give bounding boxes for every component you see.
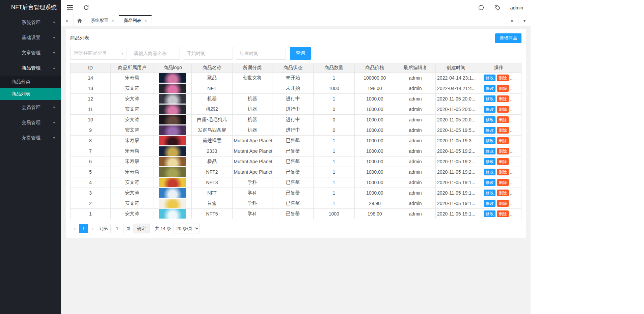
delete-button[interactable]: 删除 bbox=[497, 210, 509, 217]
cell-qty: 1 bbox=[314, 156, 355, 167]
more-actions-button[interactable]: ... bbox=[510, 180, 514, 185]
edit-button[interactable]: 修改 bbox=[484, 158, 495, 165]
search-button[interactable]: 查询 bbox=[290, 47, 311, 60]
end-time-input[interactable] bbox=[236, 47, 286, 60]
cell-logo bbox=[154, 167, 192, 177]
scroll-tabs-right-button[interactable]: » bbox=[506, 15, 518, 26]
scroll-tabs-left-button[interactable]: « bbox=[61, 15, 74, 26]
delete-button[interactable]: 删除 bbox=[497, 95, 509, 102]
edit-button[interactable]: 修改 bbox=[484, 190, 495, 196]
sidebar-item-label: 基础设置 bbox=[22, 35, 41, 40]
next-page-button[interactable]: › bbox=[88, 225, 97, 232]
prev-page-button[interactable]: ‹ bbox=[70, 225, 79, 232]
delete-button[interactable]: 删除 bbox=[497, 179, 509, 186]
cell-ops: 修改删除... bbox=[476, 136, 521, 146]
edit-button[interactable]: 修改 bbox=[484, 169, 495, 175]
edit-button[interactable]: 修改 bbox=[484, 75, 495, 81]
sidebar-item-system-mgmt[interactable]: 系统管理 ▾ bbox=[0, 15, 61, 30]
sidebar-item-product-mgmt[interactable]: 商品管理 ▴ bbox=[0, 60, 61, 76]
more-actions-button[interactable]: ... bbox=[510, 211, 514, 217]
sidebar-item-trade-mgmt[interactable]: 交易管理 ▾ bbox=[0, 115, 61, 130]
cell-created: 2020-11-05 19:2... bbox=[436, 156, 476, 167]
delete-button[interactable]: 删除 bbox=[497, 200, 509, 207]
delete-button[interactable]: 删除 bbox=[497, 137, 509, 144]
tag-icon[interactable] bbox=[494, 4, 501, 11]
product-logo-image bbox=[159, 136, 186, 145]
product-logo-image bbox=[159, 125, 186, 135]
delete-button[interactable]: 删除 bbox=[497, 106, 509, 113]
start-time-input[interactable] bbox=[183, 47, 233, 60]
edit-button[interactable]: 修改 bbox=[484, 85, 495, 92]
more-actions-button[interactable]: ... bbox=[510, 201, 514, 206]
cell-qty: 0 bbox=[314, 104, 355, 115]
more-actions-button[interactable]: ... bbox=[510, 138, 514, 143]
cell-price: 1000.00 bbox=[354, 188, 395, 198]
product-name-input[interactable] bbox=[130, 47, 180, 60]
main-area: admin « 系统配置 × 商品列表 × » ▾ 商品列表 bbox=[61, 0, 531, 314]
home-tab[interactable] bbox=[74, 15, 86, 26]
more-actions-button[interactable]: ... bbox=[510, 117, 514, 122]
more-actions-button[interactable]: ... bbox=[510, 128, 514, 133]
delete-button[interactable]: 删除 bbox=[497, 85, 509, 92]
edit-button[interactable]: 修改 bbox=[484, 137, 495, 144]
table-row: 4安文涛NFT3学科已售罄11000.00admin2020-11-05 19:… bbox=[71, 177, 521, 188]
edit-button[interactable]: 修改 bbox=[484, 179, 495, 186]
more-actions-button[interactable]: ... bbox=[510, 107, 514, 112]
edit-button[interactable]: 修改 bbox=[484, 106, 495, 113]
goto-label: 到第 bbox=[99, 226, 108, 232]
cell-owner: 宋寿康 bbox=[110, 136, 154, 146]
sidebar-item-article-mgmt[interactable]: 文章管理 ▾ bbox=[0, 45, 61, 60]
product-logo-image bbox=[159, 157, 186, 166]
cell-editor: admin bbox=[395, 136, 435, 146]
sidebar-item-member-mgmt[interactable]: 会员管理 ▾ bbox=[0, 100, 61, 115]
sidebar-item-deposit-withdraw-mgmt[interactable]: 充提管理 ▾ bbox=[0, 130, 61, 145]
sidebar-menu: 系统管理 ▾ 基础设置 ▾ 文章管理 ▾ 商品管理 ▴ 商品分类 商品列表 会员… bbox=[0, 15, 61, 145]
edit-button[interactable]: 修改 bbox=[484, 210, 495, 217]
refresh-icon[interactable] bbox=[83, 4, 89, 11]
more-actions-button[interactable]: ... bbox=[510, 191, 514, 196]
category-select[interactable]: 请选择商品分类 ▾ bbox=[70, 47, 127, 60]
edit-button[interactable]: 修改 bbox=[484, 200, 495, 207]
sidebar-item-product-category[interactable]: 商品分类 bbox=[0, 76, 61, 88]
more-actions-button[interactable]: ... bbox=[510, 86, 514, 91]
cell-editor: admin bbox=[395, 188, 435, 198]
edit-button[interactable]: 修改 bbox=[484, 127, 495, 134]
tab-options-dropdown[interactable]: ▾ bbox=[518, 15, 531, 26]
close-icon[interactable]: × bbox=[144, 19, 147, 23]
sidebar: NFT后台管理系统 系统管理 ▾ 基础设置 ▾ 文章管理 ▾ 商品管理 ▴ 商品… bbox=[0, 0, 61, 314]
column-header: 操作 bbox=[476, 63, 521, 73]
cell-qty: 1000 bbox=[314, 209, 355, 219]
edit-button[interactable]: 修改 bbox=[484, 148, 495, 154]
delete-button[interactable]: 删除 bbox=[497, 75, 509, 81]
per-page-select[interactable]: 20 条/页 bbox=[173, 224, 200, 233]
goto-page-input[interactable] bbox=[110, 224, 124, 233]
sidebar-item-product-list[interactable]: 商品列表 bbox=[0, 88, 61, 100]
cell-status: 已售罄 bbox=[272, 156, 314, 167]
delete-button[interactable]: 删除 bbox=[497, 190, 509, 196]
current-page-button[interactable]: 1 bbox=[79, 224, 88, 233]
add-product-button[interactable]: 新增商品 bbox=[495, 33, 521, 43]
user-menu[interactable]: admin bbox=[510, 5, 523, 10]
delete-button[interactable]: 删除 bbox=[497, 169, 509, 175]
moon-icon[interactable] bbox=[478, 4, 485, 11]
collapse-sidebar-icon[interactable] bbox=[66, 4, 73, 11]
cell-id: 3 bbox=[71, 188, 111, 198]
tab-product-list[interactable]: 商品列表 × bbox=[119, 15, 152, 26]
more-actions-button[interactable]: ... bbox=[510, 76, 514, 81]
delete-button[interactable]: 删除 bbox=[497, 127, 509, 134]
more-actions-button[interactable]: ... bbox=[510, 170, 514, 175]
close-icon[interactable]: × bbox=[111, 19, 114, 23]
more-actions-button[interactable]: ... bbox=[510, 96, 514, 102]
cell-category: Mutant Ape Planet bbox=[232, 146, 272, 156]
table-row: 1安文涛NFT5学科已售罄1000198.00admin2020-11-05 1… bbox=[71, 209, 521, 219]
confirm-page-button[interactable]: 确定 bbox=[133, 224, 150, 233]
delete-button[interactable]: 删除 bbox=[497, 116, 509, 123]
delete-button[interactable]: 删除 bbox=[497, 148, 509, 154]
sidebar-item-basic-settings[interactable]: 基础设置 ▾ bbox=[0, 30, 61, 45]
more-actions-button[interactable]: ... bbox=[510, 159, 514, 164]
edit-button[interactable]: 修改 bbox=[484, 95, 495, 102]
tab-system-config[interactable]: 系统配置 × bbox=[86, 15, 119, 26]
more-actions-button[interactable]: ... bbox=[510, 149, 514, 154]
delete-button[interactable]: 删除 bbox=[497, 158, 509, 165]
edit-button[interactable]: 修改 bbox=[484, 116, 495, 123]
